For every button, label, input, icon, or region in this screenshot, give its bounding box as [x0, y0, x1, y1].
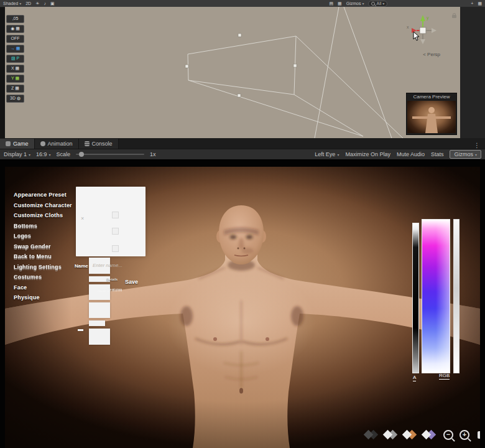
tab-console[interactable]: Console: [79, 139, 119, 149]
light-icon[interactable]: ☀: [35, 1, 39, 6]
console-tab-icon: [85, 141, 90, 146]
gizmo-lock-icon[interactable]: [452, 15, 456, 18]
display-label: Display 1: [4, 151, 27, 157]
scale-value: 1x: [150, 151, 156, 157]
layers-icon[interactable]: ▦: [478, 1, 482, 6]
x-axis-grid-button[interactable]: X ▦: [6, 65, 24, 73]
menu-item-customize-character[interactable]: Customize Character: [14, 202, 72, 208]
gizmos-button[interactable]: Gizmos ▾: [450, 150, 481, 159]
camera-preview-title: Camera Preview: [407, 93, 456, 101]
game-render-area[interactable]: Appearence Preset Customize Character Cu…: [5, 167, 480, 448]
game-view-toolbar: Display 1 ▾ 16:9 ▾ Scale 1x Left Eye ▾ M…: [0, 149, 485, 160]
nose-features-label: Nose Features: [98, 287, 122, 291]
scene-view[interactable]: ,05 ◉ ▦ OFF → ▦ ▨ P X ▦ Y ▦ Z ▦ 3D ◍ y x…: [5, 7, 460, 138]
snap-value-button[interactable]: ,05: [6, 15, 24, 23]
menu-item-swap-gender[interactable]: Swap Gender: [14, 243, 72, 250]
eye-dropdown[interactable]: Left Eye ▾: [315, 151, 339, 157]
scene-overlay-toolbar: ,05 ◉ ▦ OFF → ▦ ▨ P X ▦ Y ▦ Z ▦ 3D ◍: [6, 15, 24, 103]
menu-item-logos[interactable]: Logos: [14, 233, 72, 239]
fx-icon[interactable]: ▣: [50, 1, 55, 6]
stats-button[interactable]: Stats: [431, 151, 444, 157]
close-icon[interactable]: ×: [81, 215, 84, 222]
chevron-down-icon: ▾: [19, 1, 21, 6]
3d-mode-button[interactable]: 3D ◍: [6, 95, 24, 103]
chevron-down-icon: ▾: [362, 1, 364, 6]
view-tab-bar: Game Animation Console ⋮: [0, 138, 485, 149]
game-tab-icon: [6, 141, 11, 146]
quality-diamond-3[interactable]: [403, 429, 418, 440]
shaded-label: Shaded: [3, 1, 18, 6]
camera-preview-panel: Camera Preview: [406, 93, 457, 135]
perspective-label[interactable]: < Persp: [423, 52, 440, 57]
animation-tab-icon: [40, 141, 45, 146]
maximize-on-play-button[interactable]: Maximize On Play: [345, 151, 390, 157]
rgb-gradient-bar[interactable]: [422, 219, 450, 373]
tab-animation-label: Animation: [48, 141, 73, 147]
panel-thumbnail: [112, 212, 119, 218]
tab-menu-icon[interactable]: ⋮: [469, 142, 485, 149]
mute-audio-button[interactable]: Mute Audio: [397, 151, 425, 157]
move-grid-button[interactable]: → ▦: [6, 45, 24, 53]
menu-item-costumes[interactable]: Costumes: [14, 274, 72, 280]
paint-grid-button[interactable]: ▨ P: [6, 55, 24, 63]
rgb-label: RGB: [439, 373, 450, 380]
y-axis-grid-button[interactable]: Y ▦: [6, 75, 24, 83]
zoom-in-button[interactable]: +: [460, 430, 469, 440]
gizmos-dropdown-top[interactable]: Gizmos ▾: [346, 1, 364, 6]
quality-diamond-2[interactable]: [384, 429, 399, 440]
scale-slider[interactable]: [76, 154, 144, 155]
character-menu: Appearence Preset Customize Character Cu…: [14, 192, 72, 305]
menu-item-face[interactable]: Face: [14, 284, 72, 291]
search-scope-label: All: [376, 1, 381, 6]
scale-slider-knob[interactable]: [79, 152, 84, 157]
quality-diamond-1[interactable]: [364, 429, 379, 440]
menu-item-physique[interactable]: Physique: [14, 294, 72, 301]
transition-panel: ×: [76, 187, 146, 256]
ui-panel-fragment: [89, 320, 105, 326]
chevron-down-icon: ▾: [337, 152, 339, 157]
z-axis-grid-button[interactable]: Z ▦: [6, 85, 24, 93]
panel-thumbnail: [112, 245, 119, 252]
2d-toggle[interactable]: 2D: [25, 1, 31, 6]
visibility-grid-button[interactable]: ◉ ▦: [6, 25, 24, 33]
add-icon[interactable]: +: [471, 1, 473, 6]
tool-a-icon[interactable]: ▤: [329, 1, 333, 6]
camera-preview-image: [407, 101, 456, 133]
eye-label: Left Eye: [315, 151, 335, 157]
alpha-label: A: [413, 375, 416, 381]
menu-item-back-to-menu[interactable]: Back to Menu: [14, 253, 72, 259]
search-icon: [371, 2, 375, 6]
display-dropdown[interactable]: Display 1 ▾: [4, 151, 30, 157]
chevron-down-icon: ▾: [29, 152, 30, 157]
menu-item-appearance-preset[interactable]: Appearence Preset: [14, 192, 72, 198]
save-button[interactable]: Save: [121, 278, 142, 286]
gizmos-button-label: Gizmos: [454, 151, 473, 157]
menu-item-customize-cloths[interactable]: Customize Cloths: [14, 212, 72, 218]
tab-animation[interactable]: Animation: [35, 139, 79, 149]
menu-item-bottoms[interactable]: Bottoms: [14, 223, 72, 229]
alpha-gradient-bar[interactable]: [412, 223, 419, 373]
tab-game[interactable]: Game: [0, 139, 35, 149]
ui-panel-fragment: [89, 284, 110, 300]
mouse-cursor: [413, 32, 420, 42]
quality-diamond-4[interactable]: [422, 429, 437, 440]
camera-button[interactable]: [478, 431, 480, 439]
ui-panel-fragment: [78, 329, 83, 331]
name-input[interactable]: [91, 261, 142, 269]
off-toggle-button[interactable]: OFF: [6, 35, 24, 43]
panel-thumbnail: [112, 228, 119, 235]
scene-search-box[interactable]: All ▾: [368, 1, 387, 7]
svg-text:x: x: [407, 25, 409, 29]
grid-icon[interactable]: ▦: [338, 1, 342, 6]
audio-icon[interactable]: ♪: [44, 1, 46, 6]
gizmos-label: Gizmos: [346, 1, 361, 6]
value-gradient-bar[interactable]: [453, 219, 460, 373]
aspect-ratio-dropdown[interactable]: 16:9 ▾: [36, 151, 51, 157]
tab-game-label: Game: [13, 141, 29, 147]
chevron-down-icon: ▾: [49, 152, 51, 157]
aspect-label: 16:9: [36, 151, 47, 157]
shaded-dropdown[interactable]: Shaded ▾: [3, 1, 21, 6]
zoom-out-button[interactable]: −: [443, 430, 453, 440]
viewport-icon-row: − +: [364, 429, 480, 440]
menu-item-lighting-settings[interactable]: Lighting Settings: [14, 264, 72, 270]
